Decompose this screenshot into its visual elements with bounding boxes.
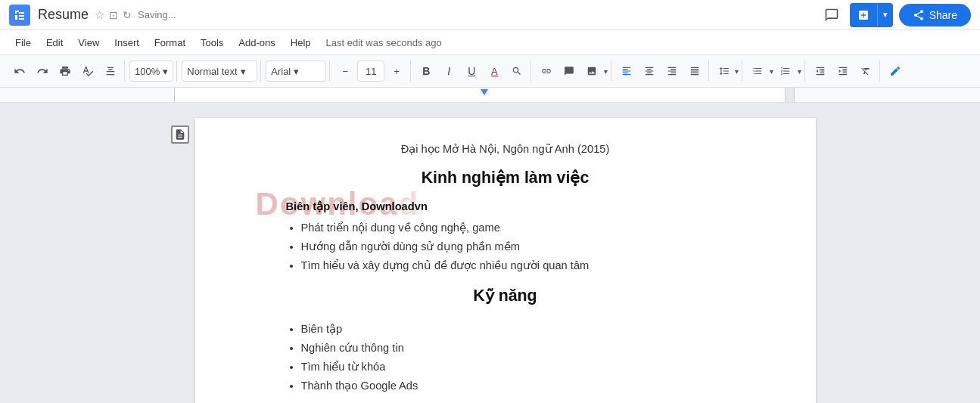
share-button[interactable]: Share — [899, 4, 971, 26]
toolbar-format-group: B I U A — [412, 60, 531, 82]
font-selector[interactable]: Arial ▾ — [266, 60, 326, 82]
ruler — [0, 88, 980, 103]
toolbar-zoom-group: 100% ▾ — [126, 60, 177, 82]
ruler-inner — [174, 88, 795, 103]
decrease-font-button[interactable]: − — [334, 60, 356, 82]
undo-button[interactable] — [9, 60, 30, 82]
italic-button[interactable]: I — [438, 60, 459, 82]
image-button[interactable] — [581, 60, 602, 82]
work-experience-heading: Kinh nghiệm làm việc — [256, 166, 755, 191]
style-value: Normal text — [187, 66, 237, 77]
refresh-icon[interactable]: ↻ — [123, 9, 132, 21]
document-content[interactable]: Đại học Mở Hà Nội, Ngôn ngữ Anh (2015) K… — [256, 141, 755, 394]
toolbar-spacing-group: ▾ — [711, 60, 742, 82]
align-center-button[interactable] — [639, 60, 660, 82]
bold-button[interactable]: B — [415, 60, 437, 82]
skills-bullets: Biên tập Nghiên cứu thông tin Tìm hiểu t… — [301, 321, 755, 394]
menu-addons[interactable]: Add-ons — [232, 34, 281, 51]
title-bar: Resume ☆ ⊡ ↻ Saving... ▼ Share — [0, 0, 980, 30]
toolbar-font-group: Arial ▾ — [263, 60, 330, 82]
comments-button[interactable] — [820, 3, 844, 27]
new-doc-button-group[interactable]: ▼ — [850, 3, 893, 27]
font-dropdown-icon: ▾ — [294, 66, 299, 77]
decrease-indent-button[interactable] — [810, 60, 831, 82]
font-value: Arial — [271, 66, 291, 77]
menu-tools[interactable]: Tools — [194, 34, 229, 51]
menu-bar: File Edit View Insert Format Tools Add-o… — [0, 30, 980, 54]
education-line: Đại học Mở Hà Nội, Ngôn ngữ Anh (2015) — [256, 141, 755, 157]
job-bullets: Phát triển nội dung về công nghệ, game H… — [301, 219, 755, 274]
numbered-list-dropdown[interactable]: ▾ — [798, 67, 801, 76]
last-edit-text: Last edit was seconds ago — [326, 37, 442, 48]
ruler-tab-stop — [481, 89, 488, 97]
menu-edit[interactable]: Edit — [40, 34, 69, 51]
saving-text: Saving... — [138, 9, 176, 20]
top-right-buttons: ▼ Share — [820, 3, 971, 27]
style-selector[interactable]: Normal text ▾ — [182, 60, 257, 82]
menu-view[interactable]: View — [72, 34, 105, 51]
menu-format[interactable]: Format — [148, 34, 191, 51]
toolbar-fontsize-group: − 11 + — [331, 60, 411, 82]
document-outline-icon[interactable] — [171, 126, 189, 144]
skill-1: Biên tập — [301, 321, 755, 337]
skills-heading: Kỹ năng — [256, 284, 755, 308]
job-title: Biên tập viên, Downloadvn — [286, 198, 755, 215]
document-area: Download Đại học Mở Hà Nội, Ngôn ngữ Anh… — [0, 103, 980, 403]
print-button[interactable] — [54, 60, 76, 82]
underline-button[interactable]: U — [461, 60, 482, 82]
line-spacing-button[interactable] — [714, 60, 735, 82]
new-doc-button[interactable] — [850, 5, 878, 26]
highlight-button[interactable] — [506, 60, 527, 82]
toolbar-list-group: ▾ ▾ — [744, 60, 805, 82]
document-page: Download Đại học Mở Hà Nội, Ngôn ngữ Anh… — [195, 118, 816, 403]
job-bullet-2: Hướng dẫn người dùng sử dụng phần mềm — [301, 238, 755, 255]
new-doc-dropdown[interactable]: ▼ — [878, 5, 893, 26]
zoom-dropdown-icon: ▾ — [163, 66, 168, 77]
redo-button[interactable] — [32, 60, 53, 82]
toolbar-insert-group: ▾ — [533, 60, 611, 82]
folder-icon[interactable]: ⊡ — [109, 9, 118, 21]
toolbar-indent-group — [807, 60, 880, 82]
sidebar-panel — [165, 118, 195, 388]
paint-format-button[interactable] — [100, 60, 121, 82]
doc-title[interactable]: Resume — [38, 7, 89, 23]
link-button[interactable] — [536, 60, 557, 82]
toolbar: 100% ▾ Normal text ▾ Arial ▾ − 11 + B I … — [0, 54, 980, 88]
title-icons: ☆ ⊡ ↻ — [95, 8, 132, 22]
clear-formatting-button[interactable] — [855, 60, 876, 82]
numbered-list-button[interactable] — [775, 60, 796, 82]
share-label: Share — [929, 9, 957, 21]
toolbar-style-group: Normal text ▾ — [179, 60, 261, 82]
bullet-list-dropdown[interactable]: ▾ — [770, 67, 773, 76]
toolbar-history-group — [6, 60, 125, 82]
text-color-button[interactable]: A — [484, 60, 505, 82]
menu-insert[interactable]: Insert — [108, 34, 145, 51]
skill-2: Nghiên cứu thông tin — [301, 339, 755, 356]
app-icon[interactable] — [9, 5, 30, 26]
menu-file[interactable]: File — [9, 34, 37, 51]
toolbar-input-mode-group — [882, 60, 909, 82]
bullet-list-button[interactable] — [747, 60, 768, 82]
increase-indent-button[interactable] — [832, 60, 854, 82]
job-bullet-3: Tìm hiểu và xây dựng chủ đề được nhiều n… — [301, 257, 755, 274]
font-size-value: 11 — [362, 66, 379, 77]
zoom-value: 100% — [135, 66, 160, 77]
star-icon[interactable]: ☆ — [95, 8, 104, 22]
toolbar-align-group — [613, 60, 709, 82]
image-dropdown[interactable]: ▾ — [604, 67, 608, 76]
input-mode-button[interactable] — [885, 60, 906, 82]
skill-4: Thành thạo Google Ads — [301, 377, 755, 394]
spell-check-button[interactable] — [77, 60, 98, 82]
zoom-selector[interactable]: 100% ▾ — [129, 60, 173, 82]
align-right-button[interactable] — [661, 60, 683, 82]
font-size-input[interactable]: 11 — [357, 60, 384, 82]
align-justify-button[interactable] — [684, 60, 705, 82]
increase-font-button[interactable]: + — [386, 60, 407, 82]
line-spacing-dropdown[interactable]: ▾ — [735, 67, 739, 76]
menu-help[interactable]: Help — [285, 34, 317, 51]
ruler-right-margin — [785, 88, 794, 103]
comment-button[interactable] — [558, 60, 580, 82]
job-bullet-1: Phát triển nội dung về công nghệ, game — [301, 219, 755, 236]
align-left-button[interactable] — [616, 60, 637, 82]
style-dropdown-icon: ▾ — [241, 66, 246, 77]
